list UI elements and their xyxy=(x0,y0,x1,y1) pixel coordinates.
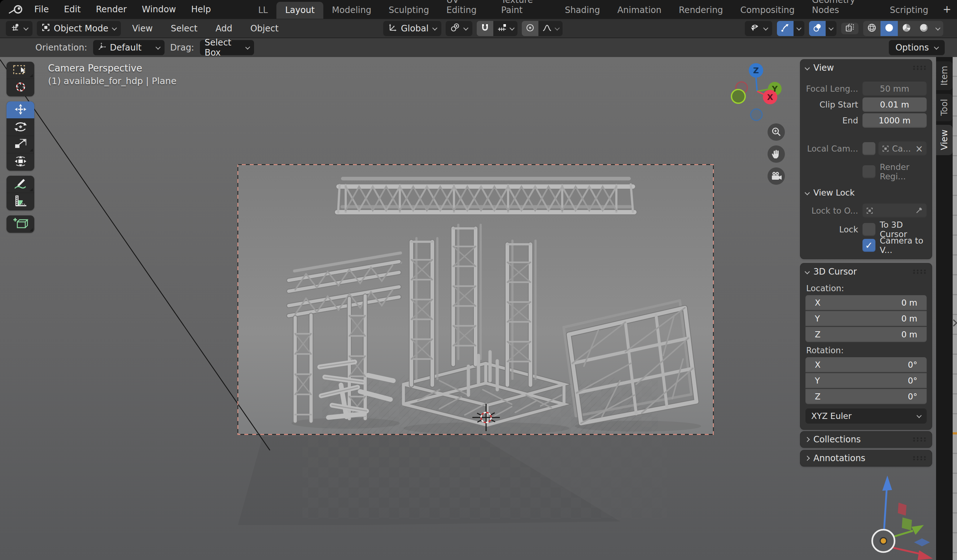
menu-help[interactable]: Help xyxy=(184,0,219,19)
camera-to-view-checkbox[interactable]: ✓ xyxy=(862,239,875,252)
menu-select[interactable]: Select xyxy=(164,24,204,33)
panel-grip-icon[interactable] xyxy=(912,269,927,274)
workspace-tab-compositing[interactable]: Compositing xyxy=(732,2,803,19)
menu-file[interactable]: File xyxy=(27,0,56,19)
3d-viewport[interactable]: Camera Perspective (1) available_for_hdp… xyxy=(0,57,957,560)
shading-dropdown[interactable] xyxy=(932,21,943,36)
add-workspace-button[interactable]: + xyxy=(937,1,957,19)
navigation-gizmo[interactable]: Z Y X xyxy=(729,61,790,126)
cursor-location-z-field[interactable]: Z 0 m xyxy=(805,327,927,342)
tool-move-button[interactable] xyxy=(6,101,34,119)
menu-view[interactable]: View xyxy=(125,24,160,33)
panel-grip-icon[interactable] xyxy=(912,437,927,442)
collections-panel[interactable]: Collections xyxy=(801,432,932,447)
lock-to-3d-cursor-checkbox[interactable] xyxy=(862,223,875,236)
menu-object[interactable]: Object xyxy=(243,24,286,33)
visibility-dropdown[interactable] xyxy=(745,21,772,36)
axis-minus-z-handle[interactable] xyxy=(750,109,762,120)
object-origin[interactable] xyxy=(880,538,887,544)
tool-cursor-button[interactable] xyxy=(6,79,34,96)
tool-rotate-button[interactable] xyxy=(6,119,34,136)
tool-add-cube-button[interactable] xyxy=(6,215,34,233)
tool-select-box-button[interactable] xyxy=(6,62,34,79)
clip-start-field[interactable]: 0.01 m xyxy=(862,98,927,112)
truss-gate[interactable] xyxy=(289,253,401,421)
workspace-tab-layout[interactable]: Layout xyxy=(276,2,323,19)
blender-logo-icon[interactable] xyxy=(9,4,24,16)
eyedropper-icon[interactable] xyxy=(916,206,923,215)
toggle-camera-view-button[interactable] xyxy=(767,167,785,185)
workspace-tab-scripting[interactable]: Scripting xyxy=(881,2,937,19)
tool-transform-button[interactable] xyxy=(6,153,34,171)
workspace-tab-ll[interactable]: LL xyxy=(250,2,276,19)
mode-dropdown[interactable]: Object Mode xyxy=(37,21,121,36)
sidebar-tab-tool[interactable]: Tool xyxy=(936,94,953,121)
menu-add[interactable]: Add xyxy=(208,24,239,33)
snap-target-dropdown[interactable] xyxy=(493,21,518,36)
shading-material-button[interactable] xyxy=(898,21,915,36)
tool-measure-button[interactable] xyxy=(6,193,34,210)
proportional-falloff-dropdown[interactable] xyxy=(539,21,562,36)
move-gizmo-plane-z[interactable] xyxy=(914,538,930,546)
editor-type-dropdown[interactable] xyxy=(6,21,33,36)
drag-mode-dropdown[interactable]: Select Box xyxy=(200,40,254,55)
lock-to-object-field[interactable] xyxy=(862,203,927,218)
sidebar-tab-item[interactable]: Item xyxy=(936,62,953,90)
menu-render[interactable]: Render xyxy=(88,0,134,19)
gizmos-dropdown[interactable] xyxy=(794,21,804,36)
tool-scale-button[interactable] xyxy=(6,136,34,153)
shading-wireframe-button[interactable] xyxy=(863,21,881,36)
workspace-tab-animation[interactable]: Animation xyxy=(609,2,670,19)
workspace-tab-modeling[interactable]: Modeling xyxy=(323,2,380,19)
clip-end-field[interactable]: 1000 m xyxy=(862,113,927,128)
clear-icon[interactable]: × xyxy=(915,143,923,154)
snap-toggle-button[interactable] xyxy=(477,21,493,36)
shading-solid-button[interactable] xyxy=(881,21,898,36)
tool-annotate-button[interactable] xyxy=(6,176,34,193)
cursor-rotation-z-field[interactable]: Z 0° xyxy=(805,389,927,404)
options-dropdown[interactable]: Options xyxy=(889,40,945,55)
tool-orientation-dropdown[interactable]: Default xyxy=(93,40,164,55)
move-gizmo-plane-y[interactable] xyxy=(902,517,912,530)
zoom-view-button[interactable] xyxy=(767,123,785,141)
pan-view-button[interactable] xyxy=(767,145,785,163)
cursor-rotation-y-field[interactable]: Y 0° xyxy=(805,373,927,388)
pivot-point-dropdown[interactable] xyxy=(446,21,472,36)
focal-length-field[interactable]: 50 mm xyxy=(862,82,927,96)
view-panel-header[interactable]: View xyxy=(801,60,932,76)
workspace-tab-shading[interactable]: Shading xyxy=(556,2,609,19)
panel-grip-icon[interactable] xyxy=(912,65,927,70)
move-gizmo-plane-x[interactable] xyxy=(898,503,906,516)
workspace-tab-geometry-nodes[interactable]: Geometry Nodes xyxy=(803,0,881,19)
rotation-mode-dropdown[interactable]: XYZ Euler xyxy=(805,409,927,424)
local-camera-object-field[interactable]: Ca... × xyxy=(878,142,927,156)
cursor-location-x-field[interactable]: X 0 m xyxy=(805,295,927,310)
annotations-panel[interactable]: Annotations xyxy=(801,450,932,466)
local-camera-checkbox[interactable] xyxy=(862,142,875,155)
cursor-location-y-field[interactable]: Y 0 m xyxy=(805,311,927,326)
move-gizmo-y-axis[interactable] xyxy=(894,531,913,536)
workspace-tab-sculpting[interactable]: Sculpting xyxy=(380,2,438,19)
xray-toggle[interactable] xyxy=(841,23,859,34)
proportional-edit-toggle[interactable] xyxy=(522,21,539,36)
render-region-checkbox[interactable] xyxy=(862,165,875,178)
menu-edit[interactable]: Edit xyxy=(56,0,88,19)
overlays-dropdown[interactable] xyxy=(826,21,837,36)
panel-grip-icon[interactable] xyxy=(912,456,927,461)
workspace-tab-uv-editing[interactable]: UV Editing xyxy=(438,0,493,19)
transform-orientation-dropdown[interactable]: Global xyxy=(383,21,441,36)
gizmos-toggle[interactable] xyxy=(777,21,794,36)
view-lock-subpanel-header[interactable]: View Lock xyxy=(801,185,932,201)
move-gizmo-z-axis[interactable] xyxy=(884,484,887,530)
workspace-tab-texture-paint[interactable]: Texture Paint xyxy=(493,0,556,19)
workspace-tab-rendering[interactable]: Rendering xyxy=(670,2,732,19)
3d-cursor-panel-header[interactable]: 3D Cursor xyxy=(801,263,932,280)
move-gizmo-x-axis[interactable] xyxy=(893,548,920,554)
overlays-toggle[interactable] xyxy=(809,21,826,36)
cursor-rotation-x-field[interactable]: X 0° xyxy=(805,357,927,372)
truss-beam-top[interactable] xyxy=(337,178,634,213)
shading-rendered-button[interactable] xyxy=(915,21,932,36)
menu-window[interactable]: Window xyxy=(134,0,184,19)
axis-minus-y-handle[interactable] xyxy=(731,90,745,103)
sidebar-tab-view[interactable]: View xyxy=(936,125,953,155)
